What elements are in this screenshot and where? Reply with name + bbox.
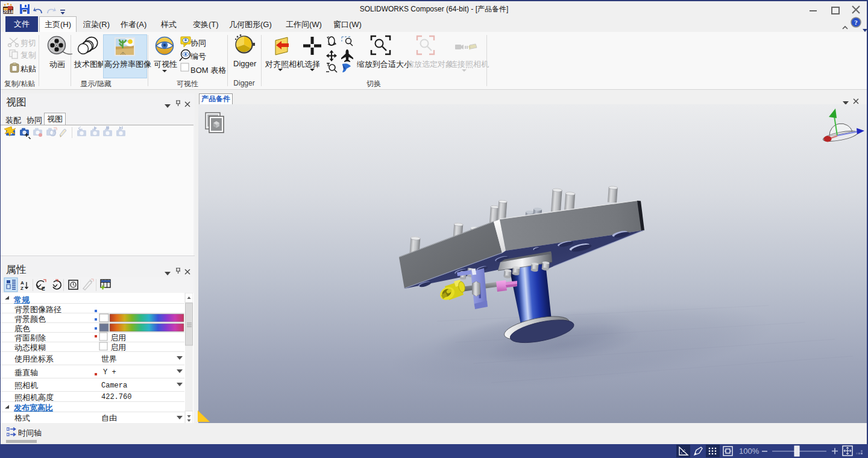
svg-text:?: ? — [854, 19, 858, 26]
svg-text:A: A — [20, 280, 24, 286]
svg-text:Z: Z — [20, 286, 24, 291]
svg-text:100%: 100% — [739, 447, 760, 456]
svg-text:E: E — [42, 286, 45, 292]
